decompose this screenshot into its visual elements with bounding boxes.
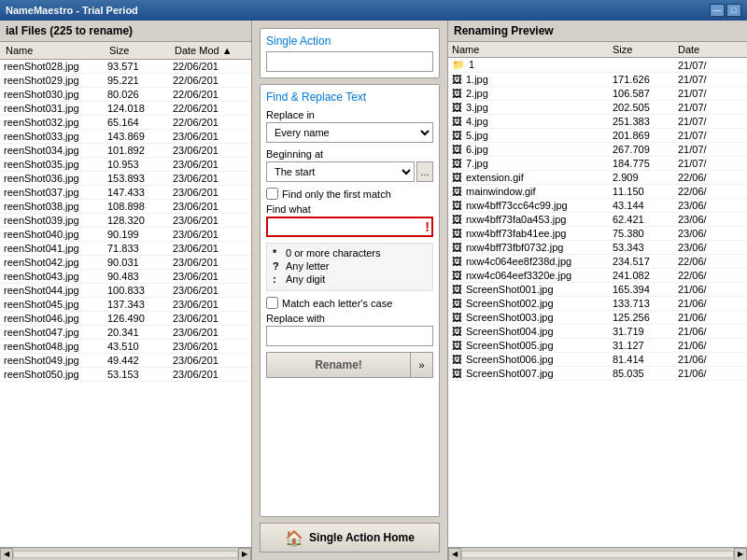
list-item[interactable]: reenShot033.jpg143.86923/06/201 bbox=[0, 130, 251, 144]
list-item[interactable]: reenShot036.jpg153.89323/06/201 bbox=[0, 172, 251, 186]
table-row[interactable]: 🖼6.jpg267.70921/07/ bbox=[448, 143, 747, 157]
find-first-match-label: Find only the first match bbox=[282, 189, 391, 200]
table-row[interactable]: 🖼nxw4bff73fbf0732.jpg53.34323/06/ bbox=[448, 241, 747, 255]
minimize-button[interactable]: — bbox=[710, 4, 725, 17]
beginning-at-select[interactable]: The start The end bbox=[266, 161, 415, 182]
replace-in-select[interactable]: Every name File name only Extension only bbox=[266, 122, 433, 143]
list-item[interactable]: reenShot032.jpg65.16422/06/201 bbox=[0, 116, 251, 130]
find-what-group: Find what ! bbox=[266, 203, 433, 237]
find-first-match-row: Find only the first match bbox=[266, 188, 433, 200]
table-row[interactable]: 🖼1.jpg171.62621/07/ bbox=[448, 73, 747, 87]
list-item[interactable]: reenShot046.jpg126.49023/06/201 bbox=[0, 312, 251, 326]
table-row[interactable]: 🖼nxw4bff73cc64c99.jpg43.14423/06/ bbox=[448, 199, 747, 213]
preview-col-name[interactable]: Name bbox=[452, 44, 613, 55]
list-item[interactable]: reenShot034.jpg101.89223/06/201 bbox=[0, 144, 251, 158]
table-row[interactable]: 🖼mainwindow.gif11.15022/06/ bbox=[448, 185, 747, 199]
jpg-icon: 🖼 bbox=[452, 270, 462, 281]
col-date[interactable]: Date Mod ▲ bbox=[173, 44, 247, 57]
rename-button[interactable]: Rename! bbox=[266, 352, 411, 378]
list-item[interactable]: reenShot050.jpg53.15323/06/201 bbox=[0, 368, 251, 382]
beginning-at-wrap: The start The end … bbox=[266, 161, 433, 182]
table-row[interactable]: 🖼ScreenShot001.jpg165.39421/06/ bbox=[448, 283, 747, 297]
list-item[interactable]: reenShot031.jpg124.01822/06/201 bbox=[0, 102, 251, 116]
find-what-error-icon: ! bbox=[425, 219, 430, 234]
list-item[interactable]: reenShot038.jpg108.89823/06/201 bbox=[0, 200, 251, 214]
beginning-at-extra-btn[interactable]: … bbox=[416, 161, 433, 182]
table-row[interactable]: 🖼ScreenShot004.jpg31.71921/06/ bbox=[448, 325, 747, 339]
table-row[interactable]: 🖼ScreenShot005.jpg31.12721/06/ bbox=[448, 339, 747, 353]
list-item[interactable]: reenShot041.jpg71.83323/06/201 bbox=[0, 242, 251, 256]
list-item[interactable]: reenShot035.jpg10.95323/06/201 bbox=[0, 158, 251, 172]
preview-list[interactable]: 📁121/07/🖼1.jpg171.62621/07/🖼2.jpg106.587… bbox=[448, 58, 747, 547]
single-action-home-button[interactable]: 🏠 Single Action Home bbox=[260, 523, 440, 553]
file-list[interactable]: reenShot028.jpg93.57122/06/201reenShot02… bbox=[0, 60, 251, 547]
col-name[interactable]: Name bbox=[4, 44, 107, 57]
jpg-icon: 🖼 bbox=[452, 116, 462, 127]
list-item[interactable]: reenShot049.jpg49.44223/06/201 bbox=[0, 354, 251, 368]
title-bar: NameMaestro - Trial Period — □ bbox=[0, 0, 747, 21]
list-item[interactable]: reenShot044.jpg100.83323/06/201 bbox=[0, 284, 251, 298]
main-content: ial Files (225 to rename) Name Size Date… bbox=[0, 21, 747, 560]
list-item[interactable]: reenShot042.jpg90.03123/06/201 bbox=[0, 256, 251, 270]
list-item[interactable]: reenShot028.jpg93.57122/06/201 bbox=[0, 60, 251, 74]
preview-scrollbar[interactable]: ◀ ▶ bbox=[448, 547, 747, 560]
preview-scroll-left-btn[interactable]: ◀ bbox=[448, 548, 461, 561]
table-row[interactable]: 🖼nxw4c064ee8f238d.jpg234.51722/06/ bbox=[448, 255, 747, 269]
window-controls: — □ bbox=[710, 4, 741, 17]
table-row[interactable]: 🖼5.jpg201.86921/07/ bbox=[448, 129, 747, 143]
find-what-label: Find what bbox=[266, 203, 433, 215]
jpg-icon: 🖼 bbox=[452, 102, 462, 113]
list-item[interactable]: reenShot037.jpg147.43323/06/201 bbox=[0, 186, 251, 200]
scroll-left-btn[interactable]: ◀ bbox=[0, 548, 13, 561]
table-row[interactable]: 🖼ScreenShot006.jpg81.41421/06/ bbox=[448, 353, 747, 367]
table-row[interactable]: 🖼7.jpg184.77521/07/ bbox=[448, 157, 747, 171]
find-what-wrap: ! bbox=[266, 217, 433, 237]
find-what-input[interactable] bbox=[266, 217, 433, 237]
preview-scroll-track[interactable] bbox=[461, 551, 734, 558]
match-case-checkbox[interactable] bbox=[266, 297, 278, 309]
replace-with-input[interactable]: Uptodown bbox=[266, 326, 433, 346]
table-row[interactable]: 🖼4.jpg251.38321/07/ bbox=[448, 115, 747, 129]
rename-btn-arrow[interactable]: » bbox=[411, 352, 433, 378]
table-row[interactable]: 🖼extension.gif2.90922/06/ bbox=[448, 171, 747, 185]
table-row[interactable]: 🖼ScreenShot002.jpg133.71321/06/ bbox=[448, 297, 747, 311]
table-row[interactable]: 📁121/07/ bbox=[448, 58, 747, 73]
wildcard-asterisk-char: * bbox=[273, 247, 282, 259]
folder-icon: 📁 bbox=[452, 59, 465, 70]
list-item[interactable]: reenShot043.jpg90.48323/06/201 bbox=[0, 270, 251, 284]
jpg-icon: 🖼 bbox=[452, 74, 462, 85]
jpg-icon: 🖼 bbox=[452, 368, 462, 379]
list-item[interactable]: reenShot048.jpg43.51023/06/201 bbox=[0, 340, 251, 354]
preview-col-date[interactable]: Date bbox=[678, 44, 743, 55]
list-item[interactable]: reenShot040.jpg90.19923/06/201 bbox=[0, 228, 251, 242]
single-action-input[interactable] bbox=[266, 51, 433, 72]
table-row[interactable]: 🖼nxw4bff73fa0a453.jpg62.42123/06/ bbox=[448, 213, 747, 227]
col-size[interactable]: Size bbox=[107, 44, 173, 57]
table-row[interactable]: 🖼2.jpg106.58721/07/ bbox=[448, 87, 747, 101]
rename-btn-wrap: Rename! » bbox=[266, 352, 433, 378]
list-item[interactable]: reenShot039.jpg128.32023/06/201 bbox=[0, 214, 251, 228]
match-case-row: Match each letter's case bbox=[266, 297, 433, 309]
gif-icon: 🖼 bbox=[452, 172, 462, 183]
left-scrollbar[interactable]: ◀ ▶ bbox=[0, 547, 251, 560]
jpg-icon: 🖼 bbox=[452, 158, 462, 169]
middle-panel: Single Action Find & Replace Text Replac… bbox=[252, 21, 448, 560]
list-item[interactable]: reenShot029.jpg95.22122/06/201 bbox=[0, 74, 251, 88]
scroll-track[interactable] bbox=[13, 551, 238, 558]
list-item[interactable]: reenShot045.jpg137.34323/06/201 bbox=[0, 298, 251, 312]
preview-scroll-right-btn[interactable]: ▶ bbox=[734, 548, 747, 561]
left-panel: ial Files (225 to rename) Name Size Date… bbox=[0, 21, 252, 560]
list-item[interactable]: reenShot047.jpg20.34123/06/201 bbox=[0, 326, 251, 340]
replace-in-wrap: Every name File name only Extension only bbox=[266, 122, 433, 143]
table-row[interactable]: 🖼nxw4c064eef3320e.jpg241.08222/06/ bbox=[448, 269, 747, 283]
list-item[interactable]: reenShot030.jpg80.02622/06/201 bbox=[0, 88, 251, 102]
find-first-match-checkbox[interactable] bbox=[266, 188, 278, 200]
table-row[interactable]: 🖼ScreenShot003.jpg125.25621/06/ bbox=[448, 311, 747, 325]
preview-col-size[interactable]: Size bbox=[613, 44, 678, 55]
scroll-right-btn[interactable]: ▶ bbox=[238, 548, 251, 561]
table-row[interactable]: 🖼3.jpg202.50521/07/ bbox=[448, 101, 747, 115]
maximize-button[interactable]: □ bbox=[726, 4, 741, 17]
table-row[interactable]: 🖼nxw4bff73fab41ee.jpg75.38023/06/ bbox=[448, 227, 747, 241]
table-row[interactable]: 🖼ScreenShot007.jpg85.03521/06/ bbox=[448, 367, 747, 381]
wildcard-asterisk-row: * 0 or more characters bbox=[273, 247, 427, 259]
